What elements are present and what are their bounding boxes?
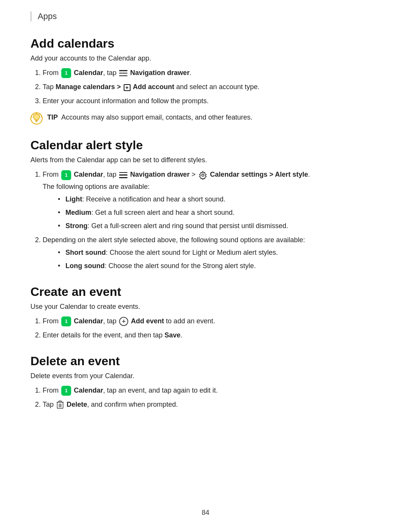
section-subtitle-create-event: Use your Calendar to create events. (30, 303, 381, 311)
calendar-label-1: Calendar (74, 69, 103, 77)
trash-icon (56, 401, 64, 409)
manage-calendars-label: Manage calendars > + Add account (56, 83, 174, 91)
section-title-create-event: Create an event (30, 285, 381, 299)
calendar-alert-step-2: Depending on the alert style selected ab… (43, 235, 381, 271)
bullet-light: Light: Receive a notification and hear a… (65, 194, 381, 204)
create-event-steps: From 1 Calendar, tap Add event to add an… (30, 316, 381, 340)
bullet-medium: Medium: Get a full screen alert and hear… (65, 208, 381, 218)
page-number: 84 (0, 509, 411, 517)
calendar-icon-1: 1 (61, 68, 71, 78)
section-subtitle-calendar-alert: Alerts from the Calendar app can be set … (30, 156, 381, 164)
calendar-alert-step-1: From 1 Calendar, tap Navigation drawer >… (43, 169, 381, 231)
add-calendars-step-2: Tap Manage calendars > + Add account and… (43, 82, 381, 92)
svg-point-10 (202, 174, 204, 176)
add-calendars-steps: From 1 Calendar, tap Navigation drawer. … (30, 68, 381, 106)
tip-box: TIP Accounts may also support email, con… (30, 112, 381, 125)
svg-rect-13 (59, 401, 62, 402)
bullet-short-sound: Short sound: Choose the alert sound for … (65, 248, 381, 258)
calendar-label-3: Calendar (74, 317, 103, 325)
calendar-alert-subtext: The following options are available: (43, 182, 381, 192)
sound-option-bullets: Short sound: Choose the alert sound for … (43, 248, 381, 271)
svg-line-6 (33, 114, 34, 115)
add-event-label: Add event (131, 317, 164, 325)
calendar-label-4: Calendar (74, 387, 103, 394)
apps-header-text: Apps (38, 11, 57, 21)
section-delete-event: Delete an event Delete events from your … (30, 354, 381, 410)
delete-event-step-2: Tap Delete, and confirm when prompted. (43, 399, 381, 410)
gear-icon (198, 171, 207, 180)
calendar-icon-3: 1 (61, 316, 71, 326)
add-calendars-step-1: From 1 Calendar, tap Navigation drawer. (43, 68, 381, 78)
section-title-calendar-alert: Calendar alert style (30, 138, 381, 152)
add-event-plus-icon (119, 317, 128, 326)
calendar-settings-label: Calendar settings > Alert style (210, 171, 308, 178)
delete-label: Delete (67, 401, 87, 408)
section-calendar-alert: Calendar alert style Alerts from the Cal… (30, 138, 381, 271)
svg-line-7 (40, 114, 40, 115)
tip-text: TIP Accounts may also support email, con… (47, 112, 252, 123)
nav-drawer-label-2: Navigation drawer (130, 171, 190, 178)
calendar-alert-bullets: Light: Receive a notification and hear a… (43, 194, 381, 231)
section-add-calendars: Add calendars Add your accounts to the C… (30, 37, 381, 125)
nav-drawer-label-1: Navigation drawer (130, 69, 190, 77)
calendar-alert-steps: From 1 Calendar, tap Navigation drawer >… (30, 169, 381, 271)
section-title-add-calendars: Add calendars (30, 37, 381, 51)
section-subtitle-delete-event: Delete events from your Calendar. (30, 372, 381, 380)
calendar-icon-2: 1 (61, 170, 71, 180)
save-label: Save (164, 331, 180, 339)
nav-drawer-icon-2 (119, 172, 127, 178)
add-calendars-step-3: Enter your account information and follo… (43, 96, 381, 106)
tip-icon (30, 112, 43, 125)
create-event-step-2: Enter details for the event, and then ta… (43, 330, 381, 340)
section-subtitle-add-calendars: Add your accounts to the Calendar app. (30, 54, 381, 62)
page: Apps Add calendars Add your accounts to … (0, 0, 411, 532)
delete-event-step-1: From 1 Calendar, tap an event, and tap a… (43, 385, 381, 396)
calendar-label-2: Calendar (74, 171, 103, 178)
section-title-delete-event: Delete an event (30, 354, 381, 368)
section-create-event: Create an event Use your Calendar to cre… (30, 285, 381, 340)
nav-drawer-icon-1 (119, 70, 127, 76)
create-event-step-1: From 1 Calendar, tap Add event to add an… (43, 316, 381, 326)
bullet-long-sound: Long sound: Choose the alert sound for t… (65, 261, 381, 271)
delete-event-steps: From 1 Calendar, tap an event, and tap a… (30, 385, 381, 410)
apps-header: Apps (30, 11, 381, 21)
bullet-strong: Strong: Get a full-screen alert and ring… (65, 221, 381, 231)
calendar-icon-4: 1 (61, 386, 71, 396)
